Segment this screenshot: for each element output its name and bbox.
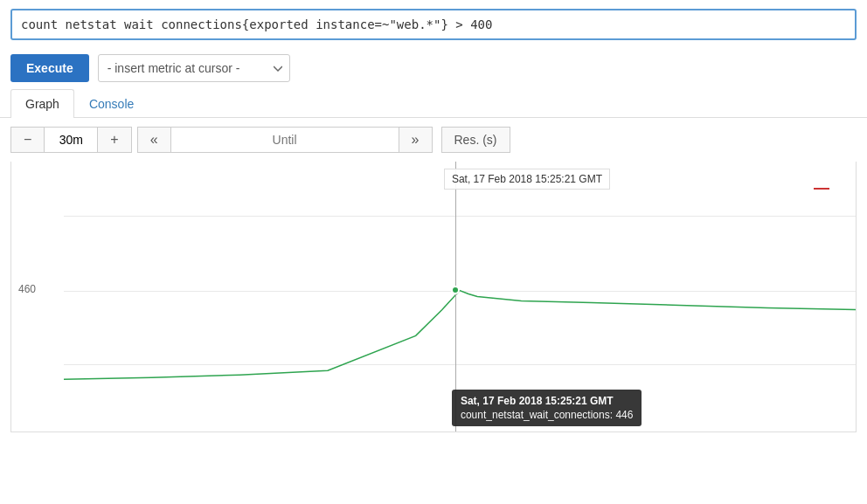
legend-dash-red xyxy=(814,188,829,190)
graph-controls: − + « » Res. (s) xyxy=(10,127,857,153)
tab-graph[interactable]: Graph xyxy=(10,89,74,118)
time-range-group: − + xyxy=(10,127,132,153)
tabs-bar: Graph Console xyxy=(0,89,867,118)
until-group: « » xyxy=(137,127,433,153)
graph-container: 460 Sat, 17 Fe xyxy=(10,162,857,432)
graph-line-area: Sat, 17 Feb 2018 15:25:21 GMT Sat, 17 Fe… xyxy=(64,162,856,432)
forward-button[interactable]: » xyxy=(399,127,433,153)
decrease-time-button[interactable]: − xyxy=(10,127,45,153)
increase-time-button[interactable]: + xyxy=(97,127,131,153)
time-range-input[interactable] xyxy=(45,127,97,153)
execute-button[interactable]: Execute xyxy=(10,54,89,82)
hover-vline xyxy=(455,162,456,432)
resolution-button[interactable]: Res. (s) xyxy=(441,127,510,153)
back-button[interactable]: « xyxy=(137,127,171,153)
graph-area: − + « » Res. (s) 460 xyxy=(0,118,867,441)
metric-selector[interactable]: - insert metric at cursor - xyxy=(98,54,290,82)
query-bar xyxy=(0,0,867,47)
tab-console[interactable]: Console xyxy=(74,89,149,118)
until-input[interactable] xyxy=(171,127,399,153)
graph-svg xyxy=(64,162,856,432)
query-input[interactable] xyxy=(10,9,857,40)
toolbar: Execute - insert metric at cursor - xyxy=(0,47,867,89)
y-axis-label: 460 xyxy=(18,283,36,295)
